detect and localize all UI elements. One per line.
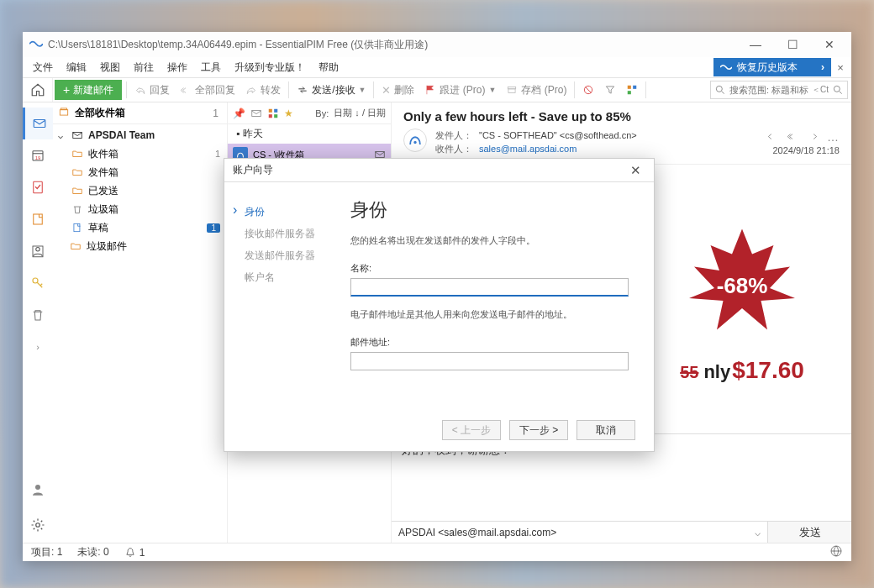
all-inbox-count: 1: [213, 108, 222, 119]
account-row[interactable]: ⌵ APSDAI Team: [53, 126, 227, 144]
step-identity[interactable]: 身份: [233, 201, 332, 223]
svg-point-28: [413, 141, 416, 144]
nav-settings[interactable]: [23, 509, 53, 541]
svg-rect-23: [269, 108, 272, 112]
step-receive[interactable]: 接收邮件服务器: [233, 223, 332, 244]
status-bar: 项目: 1 未读: 0 1: [23, 543, 851, 561]
name-input[interactable]: [350, 278, 629, 297]
nav-user[interactable]: [23, 474, 53, 506]
nav-trash[interactable]: [23, 299, 53, 331]
next-button[interactable]: 下一步 >: [509, 420, 568, 440]
home-icon[interactable]: [30, 82, 45, 97]
svg-text:19: 19: [35, 155, 41, 160]
forward-icon[interactable]: [807, 130, 819, 142]
minimize-button[interactable]: —: [737, 32, 774, 57]
svg-rect-8: [34, 120, 45, 128]
reply-icon: [134, 84, 146, 96]
step-account[interactable]: 帐户名: [233, 266, 332, 288]
svg-point-15: [33, 278, 38, 283]
nav-collapse[interactable]: ›: [23, 331, 53, 363]
restore-history-label: 恢复历史版本: [737, 60, 798, 75]
svg-point-7: [834, 86, 840, 92]
restore-history-banner[interactable]: 恢复历史版本 ›: [713, 58, 831, 76]
status-unread: 未读: 0: [77, 545, 108, 559]
pin-icon[interactable]: 📌: [233, 108, 245, 119]
folder-icon: [71, 185, 83, 197]
grid-icon[interactable]: [267, 108, 279, 119]
dialog-close-button[interactable]: ✕: [625, 163, 645, 178]
more-icon[interactable]: …: [827, 130, 840, 144]
menu-file[interactable]: 文件: [26, 58, 60, 76]
wizard-desc-email: 电子邮件地址是其他人用来向您发送电子邮件的地址。: [350, 308, 629, 321]
folder-trash[interactable]: 垃圾箱: [53, 200, 227, 218]
menu-go[interactable]: 前往: [127, 58, 161, 76]
preview-subject: Only a few hours left - Save up to 85%: [392, 102, 851, 125]
email-input[interactable]: [350, 352, 629, 370]
archive-icon: [506, 84, 518, 96]
folder-outbox[interactable]: 发件箱: [53, 163, 227, 181]
star-icon[interactable]: ★: [284, 108, 293, 119]
menu-upgrade[interactable]: 升级到专业版！: [228, 58, 312, 76]
folder-junk[interactable]: 垃圾邮件: [53, 237, 227, 255]
folder-inbox[interactable]: 收件箱 1: [53, 144, 227, 163]
search-bar[interactable]: ＜Ct: [710, 81, 848, 99]
status-alerts[interactable]: 1: [124, 547, 145, 559]
step-send[interactable]: 发送邮件服务器: [233, 244, 332, 266]
send-button[interactable]: 发送: [767, 522, 851, 543]
menu-operate[interactable]: 操作: [161, 58, 194, 76]
globe-icon[interactable]: [829, 544, 843, 558]
svg-rect-12: [34, 214, 43, 224]
search-go-icon[interactable]: [832, 84, 844, 96]
maximize-button[interactable]: ☐: [774, 32, 811, 57]
reply-icon[interactable]: [766, 130, 778, 142]
account-label: APSDAI Team: [88, 129, 222, 141]
maple-leaf-graphic: -68%: [679, 223, 805, 349]
reply-all-icon[interactable]: [787, 130, 798, 142]
account-icon: [71, 129, 83, 141]
nav-calendar[interactable]: 19: [23, 139, 53, 171]
nav-notes[interactable]: [23, 203, 53, 235]
cancel-button[interactable]: 取消: [577, 420, 635, 440]
forward-button[interactable]: 转发: [240, 79, 286, 101]
filter-button[interactable]: [599, 79, 621, 101]
svg-rect-25: [269, 114, 272, 118]
reply-button[interactable]: 回复: [129, 79, 175, 101]
x-icon: ✕: [382, 84, 391, 97]
sort-value[interactable]: 日期 ↓ / 日期: [334, 107, 386, 119]
menu-tools[interactable]: 工具: [194, 58, 228, 76]
nav-passwords[interactable]: [23, 267, 53, 299]
envelope-icon[interactable]: [250, 108, 262, 119]
search-input[interactable]: [729, 85, 808, 95]
restore-banner-close[interactable]: ×: [833, 61, 848, 74]
follow-button[interactable]: 跟进 (Pro) ▼: [419, 79, 501, 101]
reply-from-select[interactable]: APSDAI <sales@mail.apsdai.com> ⌵: [392, 522, 767, 543]
new-mail-button[interactable]: + 新建邮件: [55, 80, 122, 100]
app-icon: [29, 39, 43, 50]
nav-tasks[interactable]: [23, 171, 53, 203]
all-inbox-row[interactable]: 全部收件箱 1: [53, 102, 227, 124]
only-label: nly: [703, 361, 730, 383]
prev-button[interactable]: < 上一步: [442, 420, 501, 440]
close-button[interactable]: ✕: [811, 32, 848, 57]
wizard-steps-nav: 身份 接收邮件服务器 发送邮件服务器 帐户名: [224, 182, 340, 417]
nav-contacts[interactable]: [23, 235, 53, 267]
reply-all-button[interactable]: 全部回复: [175, 79, 240, 101]
to-value: sales@mail.apsdai.com: [479, 144, 577, 154]
grid-icon: [626, 84, 638, 96]
category-button[interactable]: [621, 79, 643, 101]
folder-sent[interactable]: 已发送: [53, 181, 227, 200]
menu-help[interactable]: 帮助: [312, 58, 345, 76]
archive-button[interactable]: 存档 (Pro): [501, 79, 571, 101]
nav-mail[interactable]: [23, 108, 53, 139]
svg-point-17: [36, 523, 40, 528]
block-button[interactable]: [577, 79, 599, 101]
discount-text: -68%: [717, 273, 768, 299]
old-price: 55: [680, 363, 698, 382]
menu-view[interactable]: 视图: [93, 58, 127, 76]
send-receive-button[interactable]: 发送/接收 ▼: [292, 79, 371, 101]
svg-rect-20: [73, 133, 82, 139]
folder-drafts[interactable]: 草稿 1: [53, 218, 227, 237]
main-toolbar: + 新建邮件 回复 全部回复 转发 发送/接收 ▼: [23, 77, 851, 102]
delete-button[interactable]: ✕ 删除: [376, 79, 419, 101]
menu-edit[interactable]: 编辑: [60, 58, 93, 76]
